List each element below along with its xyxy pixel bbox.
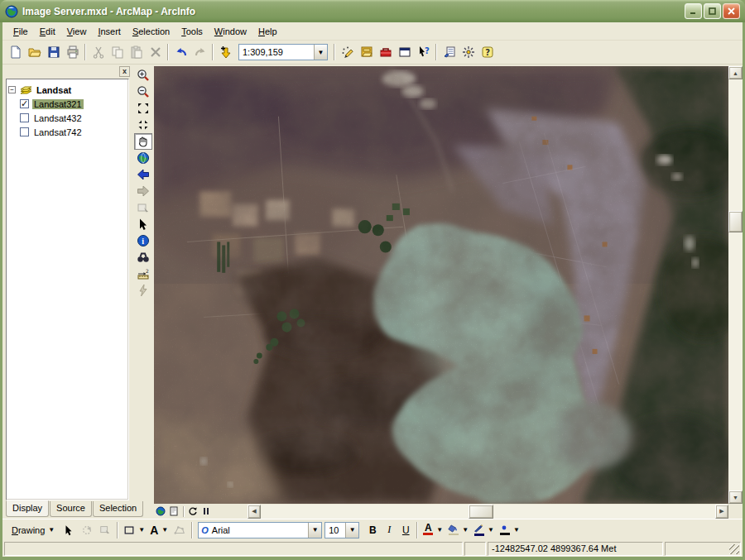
measure-button[interactable]: 2 — [134, 266, 152, 282]
menu-insert[interactable]: Insert — [92, 24, 127, 39]
minimize-button[interactable] — [685, 3, 702, 19]
save-button[interactable] — [44, 43, 63, 62]
scroll-right-icon[interactable]: ▶ — [715, 505, 728, 519]
font-name-value[interactable]: Arial — [209, 525, 308, 535]
font-size-combo[interactable]: 10 ▼ — [324, 522, 359, 538]
size-dropdown-icon[interactable]: ▼ — [345, 523, 358, 538]
print-icon — [66, 45, 79, 59]
help-button[interactable]: ? — [478, 43, 497, 62]
layer-checkbox-unchecked[interactable] — [20, 127, 29, 136]
chevron-down-icon[interactable]: ▼ — [161, 526, 168, 534]
font-dropdown-icon[interactable]: ▼ — [308, 523, 321, 538]
editor-toolbar-button[interactable] — [338, 43, 357, 62]
layer-checkbox-checked[interactable] — [20, 99, 29, 108]
text-tool-button[interactable]: A▼ — [147, 521, 171, 539]
find-button[interactable] — [134, 249, 152, 266]
vertical-scrollbar[interactable]: ▲ ▼ — [728, 66, 743, 504]
menu-window[interactable]: Window — [209, 24, 252, 39]
scroll-down-icon[interactable]: ▼ — [728, 491, 743, 504]
menu-help[interactable]: Help — [252, 24, 283, 39]
shape-tool-button[interactable]: ▼ — [121, 521, 147, 539]
expander-minus-icon[interactable]: − — [8, 86, 16, 93]
underline-button[interactable]: U — [397, 521, 414, 539]
layer-checkbox-unchecked[interactable] — [20, 113, 29, 122]
layer-label-landsat321[interactable]: Landsat321 — [32, 99, 84, 109]
toc-layer-row[interactable]: Landsat321 — [8, 97, 127, 111]
chevron-down-icon[interactable]: ▼ — [513, 526, 520, 534]
image-analysis-button[interactable] — [440, 43, 459, 62]
tab-display[interactable]: Display — [6, 500, 49, 517]
arctoolbox-button[interactable] — [376, 43, 395, 62]
line-color-button[interactable]: ▼ — [471, 521, 497, 539]
menu-edit[interactable]: Edit — [34, 24, 61, 39]
arccatalog-button[interactable] — [357, 43, 376, 62]
scroll-left-icon[interactable]: ◀ — [248, 505, 261, 519]
titlebar[interactable]: Image Server.mxd - ArcMap - ArcInfo — [0, 0, 745, 22]
toc-root-row[interactable]: − Landsat — [8, 83, 127, 97]
menu-tools[interactable]: Tools — [175, 24, 209, 39]
toc-layer-row[interactable]: Landsat432 — [8, 111, 127, 125]
tab-selection[interactable]: Selection — [93, 501, 143, 517]
identify-button[interactable]: i — [134, 232, 152, 249]
full-extent-button[interactable] — [134, 150, 152, 166]
pan-hand-icon — [137, 135, 150, 148]
chevron-down-icon[interactable]: ▼ — [488, 526, 494, 534]
toc-close-icon[interactable]: x — [119, 66, 130, 77]
vertical-scroll-thumb[interactable] — [728, 211, 743, 232]
chevron-down-icon[interactable]: ▼ — [138, 526, 145, 534]
marker-color-button[interactable]: ▼ — [497, 521, 522, 539]
horizontal-scroll-thumb[interactable] — [469, 505, 493, 519]
fill-color-button[interactable]: ▼ — [445, 521, 471, 539]
fixed-zoom-in-button[interactable] — [134, 100, 152, 117]
new-button[interactable] — [6, 43, 25, 62]
arcmap-globe-icon — [5, 5, 18, 18]
menu-view[interactable]: View — [61, 24, 93, 39]
maximize-button[interactable] — [704, 3, 721, 19]
back-extent-button[interactable] — [134, 166, 152, 183]
pan-button[interactable] — [134, 133, 152, 150]
redo-icon — [194, 45, 207, 59]
open-button[interactable] — [25, 43, 44, 62]
layer-label-landsat742[interactable]: Landsat742 — [32, 127, 84, 137]
map-canvas[interactable] — [154, 66, 728, 504]
scroll-up-icon[interactable]: ▲ — [728, 66, 743, 79]
close-button[interactable] — [723, 3, 740, 19]
cut-button — [89, 43, 108, 62]
whats-this-button[interactable]: ? — [414, 43, 433, 62]
font-color-button[interactable]: A ▼ — [421, 521, 445, 539]
font-combo[interactable]: O Arial ▼ — [198, 522, 322, 538]
chevron-down-icon[interactable]: ▼ — [462, 526, 469, 534]
fixed-zoom-out-button[interactable] — [134, 117, 152, 133]
horizontal-scrollbar[interactable]: ◀ ▶ — [248, 505, 728, 519]
map-scale-combo[interactable]: 1:309,159 ▼ — [238, 44, 328, 60]
tab-source[interactable]: Source — [50, 501, 92, 517]
font-size-value[interactable]: 10 — [325, 525, 345, 535]
menu-selection[interactable]: Selection — [127, 24, 175, 39]
bold-button[interactable]: B — [364, 521, 381, 539]
menu-file[interactable]: File — [7, 24, 34, 39]
redo-button — [190, 43, 209, 62]
command-window-button[interactable] — [395, 43, 414, 62]
chevron-down-icon[interactable]: ▼ — [436, 526, 443, 534]
select-elements-draw-button[interactable] — [60, 521, 78, 539]
map-scale-value[interactable]: 1:309,159 — [239, 47, 314, 57]
italic-button[interactable]: I — [381, 521, 397, 539]
effects-button[interactable] — [459, 43, 478, 62]
drawing-menu-button[interactable]: Drawing ▼ — [7, 523, 60, 538]
zoom-out-button[interactable] — [134, 84, 152, 100]
select-elements-button[interactable] — [134, 216, 152, 232]
data-view-button[interactable] — [154, 505, 167, 518]
scale-dropdown-icon[interactable]: ▼ — [314, 45, 327, 60]
toc-root-label[interactable]: Landsat — [36, 85, 71, 95]
print-button[interactable] — [63, 43, 82, 62]
layer-label-landsat432[interactable]: Landsat432 — [32, 113, 84, 123]
refresh-view-button[interactable] — [186, 505, 199, 518]
toc-layer-row[interactable]: Landsat742 — [8, 125, 127, 139]
layout-view-button[interactable] — [167, 505, 180, 518]
undo-button[interactable] — [171, 43, 190, 62]
resize-grip[interactable] — [729, 544, 739, 554]
pause-drawing-button[interactable] — [199, 505, 213, 518]
status-right-panel — [665, 542, 741, 556]
add-data-button[interactable] — [216, 43, 235, 62]
zoom-in-button[interactable] — [134, 67, 152, 84]
